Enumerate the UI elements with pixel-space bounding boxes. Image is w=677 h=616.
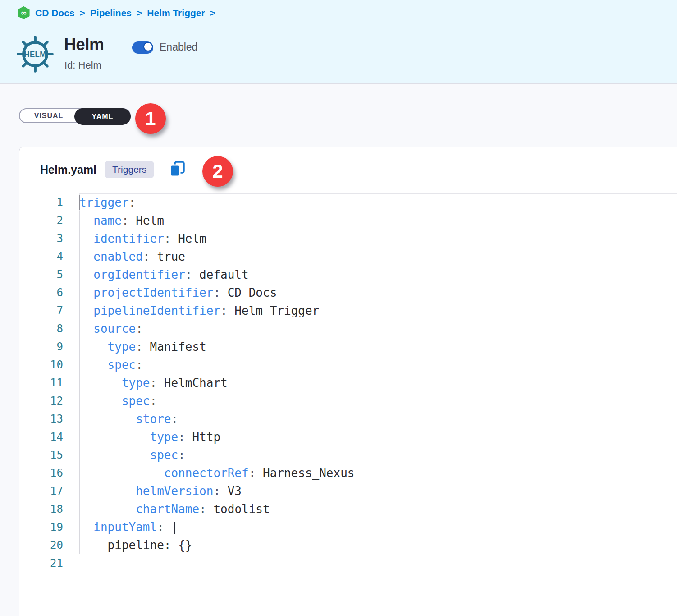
code-token: source [93,322,136,336]
line-number[interactable]: 20 [19,536,79,554]
code-line-content[interactable]: type: HelmChart [79,374,677,392]
line-number[interactable]: 7 [19,302,79,320]
line-number[interactable]: 16 [19,464,79,482]
code-line: 18chartName: todolist [19,500,677,518]
code-token: true [150,250,185,263]
line-number[interactable]: 21 [19,554,79,572]
code-text: trigger: [79,196,136,209]
line-number[interactable]: 3 [19,230,79,248]
code-token: type [150,430,178,444]
code-token: chartName [136,502,199,516]
code-line-content[interactable]: type: Manifest [79,338,677,356]
text-cursor [79,195,80,210]
line-number[interactable]: 4 [19,248,79,266]
code-token: enabled [93,250,143,263]
code-text: helmVersion: V3 [79,484,242,498]
trigger-id-text: Id: Helm [64,60,101,71]
code-line-content[interactable]: type: Http [79,428,677,446]
code-line-content[interactable]: source: [79,320,677,338]
code-line-content[interactable]: pipeline: {} [79,536,677,554]
code-line: 6projectIdentifier: CD_Docs [19,284,677,302]
code-token: type [108,340,136,354]
code-editor[interactable]: 1trigger:2name: Helm3identifier: Helm4en… [19,193,677,572]
indent-guide [108,410,108,428]
breadcrumb-separator: > [80,8,85,18]
code-line: 10spec: [19,356,677,374]
code-line-content[interactable]: pipelineIdentifier: Helm_Trigger [79,302,677,320]
indent-guide [79,284,80,302]
line-number[interactable]: 1 [19,193,79,211]
code-text: type: HelmChart [79,376,228,390]
indent-guide [79,500,80,518]
breadcrumb-item[interactable]: Helm Trigger [147,8,205,18]
code-line: 13store: [19,410,677,428]
indent-guide [79,446,80,464]
code-text: store: [79,412,178,426]
indent-guide [79,428,80,446]
line-number[interactable]: 5 [19,266,79,284]
breadcrumb-item[interactable]: CD Docs [35,8,75,18]
line-number[interactable]: 2 [19,211,79,230]
code-token: Helm_Trigger [228,304,320,317]
code-line-content[interactable]: spec: [79,392,677,410]
code-token: pipelineIdentifier [93,304,220,317]
line-number[interactable]: 12 [19,392,79,410]
code-text: orgIdentifier: default [79,268,249,281]
line-number[interactable]: 14 [19,428,79,446]
annotation-badge-1: 1 [135,103,166,134]
line-number[interactable]: 18 [19,500,79,518]
code-line-content[interactable]: connectorRef: Harness_Nexus [79,464,677,482]
svg-text:∞: ∞ [21,9,27,17]
code-line: 20pipeline: {} [19,536,677,554]
indent-guide [79,338,80,356]
code-line: 11type: HelmChart [19,374,677,392]
indent-guide [79,230,80,248]
code-line-content[interactable]: projectIdentifier: CD_Docs [79,284,677,302]
code-line: 9type: Manifest [19,338,677,356]
code-token: : [213,484,220,498]
indent-guide [108,482,108,500]
code-text: identifier: Helm [79,232,206,245]
code-line-content[interactable]: chartName: todolist [79,500,677,518]
code-line-content[interactable]: name: Helm [79,211,677,230]
code-token: : [220,304,228,317]
indent-guide [136,464,136,482]
page-header: ∞ CD Docs>Pipelines>Helm Trigger> HELM H… [0,0,677,84]
code-text: type: Http [79,430,220,444]
line-number[interactable]: 6 [19,284,79,302]
indent-guide [136,428,136,446]
code-line-content[interactable]: orgIdentifier: default [79,266,677,284]
indent-guide [79,320,80,338]
line-number[interactable]: 17 [19,482,79,500]
code-line-content[interactable]: identifier: Helm [79,230,677,248]
code-line-content[interactable]: spec: [79,356,677,374]
code-line-content[interactable]: spec: [79,446,677,464]
code-text: enabled: true [79,250,185,263]
code-line: 14type: Http [19,428,677,446]
code-token: Manifest [143,340,206,354]
tab-yaml[interactable]: YAML [74,108,131,125]
code-token: spec [150,448,178,462]
annotation-badge-2: 2 [202,156,233,187]
line-number[interactable]: 15 [19,446,79,464]
code-line-content[interactable]: helmVersion: V3 [79,482,677,500]
line-number[interactable]: 11 [19,374,79,392]
code-line-content[interactable]: trigger: [79,193,677,211]
line-number[interactable]: 10 [19,356,79,374]
line-number[interactable]: 9 [19,338,79,356]
code-line: 5orgIdentifier: default [19,266,677,284]
line-number[interactable]: 19 [19,518,79,536]
tab-visual[interactable]: VISUAL [20,109,78,122]
code-token: helmVersion [136,484,213,498]
line-number[interactable]: 8 [19,320,79,338]
line-number[interactable]: 13 [19,410,79,428]
enabled-toggle[interactable] [132,41,153,54]
code-token: spec [108,358,136,372]
copy-button[interactable] [169,161,187,179]
code-line-content[interactable]: inputYaml: | [79,518,677,536]
breadcrumb-item[interactable]: Pipelines [90,8,132,18]
code-line-content[interactable] [79,554,677,572]
code-line-content[interactable]: enabled: true [79,248,677,266]
code-token: : [171,412,178,426]
code-line-content[interactable]: store: [79,410,677,428]
